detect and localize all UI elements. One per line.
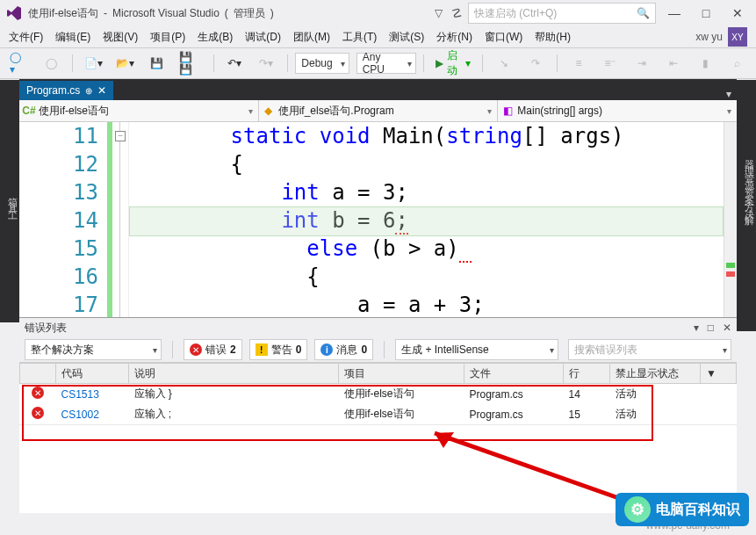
error-list-toolwindow: 错误列表 ▾ □ ✕ 整个解决方案 ✕ 错误 2 ! 警告 0 i 消息 0 生… [19, 317, 737, 513]
menu-build[interactable]: 生成(B) [198, 30, 233, 45]
messages-pill[interactable]: i 消息 0 [314, 339, 373, 360]
errors-pill[interactable]: ✕ 错误 2 [184, 339, 242, 360]
error-row[interactable]: ✕CS1513应输入 }使用if-else语句Program.cs14活动 [20, 384, 737, 405]
standard-toolbar: ◯ ▾ ◯ 📄▾ 📂▾ 💾 💾💾 ↶▾ ↷▾ Debug Any CPU ▶启动… [0, 47, 756, 79]
new-project-button[interactable]: 📄▾ [80, 53, 108, 74]
vs-logo-icon [5, 4, 23, 22]
tw-menu-icon[interactable]: ▾ [694, 322, 699, 334]
user-badge[interactable]: XY [728, 27, 747, 47]
warnings-count: 0 [296, 343, 302, 356]
menu-project[interactable]: 项目(P) [150, 30, 185, 45]
minimize-button[interactable]: — [661, 6, 688, 20]
tab-overflow-icon[interactable]: ▾ [726, 88, 731, 100]
undo-button[interactable]: ↶▾ [220, 53, 248, 74]
comment-button[interactable]: ≡ [565, 53, 593, 74]
title-role-open: ( [225, 7, 228, 19]
error-state: 活动 [610, 384, 701, 405]
scroll-mark-change [726, 263, 735, 268]
scroll-map[interactable] [724, 122, 737, 317]
code-nav-bar: C# 使用if-else语句 ◆ 使用if_else语句.Program ◧ M… [19, 100, 737, 122]
filter-dropdown[interactable]: 生成 + IntelliSense [395, 339, 558, 360]
feedback-icon[interactable]: ☡ [451, 6, 463, 20]
user-name[interactable]: xw yu [695, 31, 723, 43]
col-line[interactable]: 行 [564, 364, 610, 384]
tw-close-icon[interactable]: ✕ [723, 322, 731, 334]
close-button[interactable]: ✕ [724, 6, 751, 20]
save-button[interactable]: 💾 [143, 53, 171, 74]
nav-class-label: 使用if_else语句.Program [278, 104, 394, 119]
col-code[interactable]: 代码 [56, 364, 129, 384]
menu-view[interactable]: 视图(V) [103, 30, 138, 45]
start-label: 启动 [447, 48, 462, 78]
right-tool-gutter[interactable]: 解决方案资源管理器 团队资源管理器 诊断工具 属性 [737, 80, 756, 331]
menu-window[interactable]: 窗口(W) [485, 30, 522, 45]
code-area[interactable]: static void Main(string[] args) { int a … [129, 122, 724, 317]
scope-value: 整个解决方案 [31, 343, 94, 358]
outdent-button[interactable]: ⇤ [659, 53, 688, 74]
indent-button[interactable]: ⇥ [628, 53, 656, 74]
info-icon: i [320, 343, 333, 356]
menu-debug[interactable]: 调试(D) [245, 30, 281, 45]
notifications-icon[interactable]: ▽ [435, 7, 443, 19]
nav-project-label: 使用if-else语句 [39, 104, 109, 119]
menu-team[interactable]: 团队(M) [293, 30, 330, 45]
menu-tools[interactable]: 工具(T) [342, 30, 377, 45]
quick-launch-input[interactable]: 快速启动 (Ctrl+Q) 🔍 [468, 3, 656, 24]
nav-forward-button[interactable]: ◯ [37, 53, 65, 74]
open-button[interactable]: 📂▾ [112, 53, 140, 74]
pin-icon[interactable]: ⊕ [85, 86, 92, 96]
error-icon: ✕ [32, 387, 44, 399]
menu-test[interactable]: 测试(S) [389, 30, 424, 45]
redo-button[interactable]: ↷▾ [252, 53, 280, 74]
nav-project-dropdown[interactable]: C# 使用if-else语句 [19, 100, 259, 121]
menu-analyze[interactable]: 分析(N) [436, 30, 472, 45]
csharp-icon: C# [23, 105, 35, 117]
code-editor[interactable]: 11121314151617 – static void Main(string… [19, 122, 737, 317]
warning-icon: ! [256, 343, 268, 356]
bookmark-button[interactable]: ▮ [691, 53, 719, 74]
error-line: 14 [564, 384, 610, 405]
error-code-link[interactable]: CS1002 [61, 408, 99, 421]
uncomment-button[interactable]: ≡⁻ [596, 53, 624, 74]
nav-class-dropdown[interactable]: ◆ 使用if_else语句.Program [259, 100, 499, 121]
platform-dropdown[interactable]: Any CPU [356, 53, 416, 74]
title-app: Microsoft Visual Studio [112, 7, 220, 19]
col-filter[interactable]: ▼ [701, 364, 737, 384]
col-project[interactable]: 项目 [339, 364, 464, 384]
menu-help[interactable]: 帮助(H) [535, 30, 571, 45]
error-row[interactable]: ✕CS1002应输入 ;使用if-else语句Program.cs15活动 [20, 404, 737, 424]
menu-edit[interactable]: 编辑(E) [55, 30, 90, 45]
step-into-button[interactable]: ↘ [490, 53, 518, 74]
step-over-button[interactable]: ↷ [522, 53, 550, 74]
maximize-button[interactable]: □ [693, 6, 719, 20]
tab-close-icon[interactable]: ✕ [97, 84, 106, 97]
save-all-button[interactable]: 💾💾 [175, 53, 206, 74]
error-line: 15 [564, 404, 610, 424]
nav-method-dropdown[interactable]: ◧ Main(string[] args) [498, 100, 737, 121]
warnings-pill[interactable]: ! 警告 0 [249, 339, 308, 360]
error-code-link[interactable]: CS1513 [61, 388, 99, 401]
fold-toggle-icon[interactable]: – [115, 131, 126, 141]
class-icon: ◆ [263, 105, 275, 117]
col-desc[interactable]: 说明 [129, 364, 339, 384]
nav-back-button[interactable]: ◯ ▾ [5, 53, 33, 74]
messages-label: 消息 [336, 343, 357, 358]
error-list-titlebar[interactable]: 错误列表 ▾ □ ✕ [19, 318, 737, 337]
col-state[interactable]: 禁止显示状态 [610, 364, 701, 384]
document-tab-program[interactable]: Program.cs ⊕ ✕ [19, 81, 113, 100]
scope-dropdown[interactable]: 整个解决方案 [25, 339, 162, 360]
col-icon[interactable] [20, 364, 56, 384]
col-file[interactable]: 文件 [464, 364, 564, 384]
left-tool-gutter[interactable]: 工具箱 [0, 80, 19, 322]
tw-pin-icon[interactable]: □ [708, 322, 714, 334]
find-button[interactable]: ⌕ [723, 53, 751, 74]
menubar: 文件(F) 编辑(E) 视图(V) 项目(P) 生成(B) 调试(D) 团队(M… [0, 26, 756, 47]
start-button[interactable]: ▶启动 ▾ [431, 53, 475, 74]
titlebar: 使用if-else语句 - Microsoft Visual Studio ( … [0, 0, 756, 26]
config-dropdown[interactable]: Debug [295, 53, 349, 74]
errors-count: 2 [230, 343, 236, 356]
fold-gutter[interactable]: – [112, 122, 129, 317]
error-search-input[interactable]: 搜索错误列表 [568, 339, 731, 360]
config-value: Debug [301, 57, 332, 69]
menu-file[interactable]: 文件(F) [9, 30, 43, 45]
